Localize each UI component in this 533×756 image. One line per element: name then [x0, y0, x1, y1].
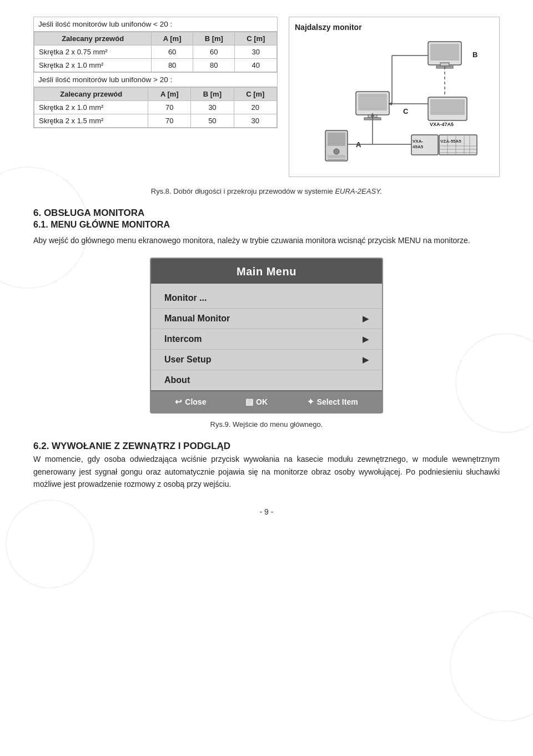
menu-item-monitor-label: Monitor ...	[164, 293, 207, 303]
menu-mockup-container: Main Menu Monitor ... Manual Monitor ▶ I…	[33, 258, 500, 414]
diagram-svg: B VXA-47A5 C	[295, 36, 489, 169]
svg-rect-21	[328, 155, 345, 158]
svg-rect-30	[439, 135, 477, 155]
select-item-button[interactable]: ✦ Select Item	[307, 397, 358, 407]
menu-item-about[interactable]: About	[151, 370, 382, 390]
condition2-block: Jeśli ilość monitorów lub unifonów > 20 …	[33, 73, 278, 128]
svg-rect-6	[430, 99, 465, 115]
menu-item-about-label: About	[164, 375, 190, 385]
diagram-label: Najdalszy monitor	[295, 23, 494, 32]
condition2-label: Jeśli ilość monitorów lub unifonów > 20 …	[34, 73, 277, 87]
wiring-diagram: Najdalszy monitor B VXA-47A5 C	[289, 17, 500, 177]
svg-rect-2	[440, 63, 449, 66]
svg-rect-22	[328, 159, 345, 161]
close-button-label: Close	[185, 397, 206, 406]
intercom-arrow-icon: ▶	[363, 335, 369, 344]
tables-wrapper: Jeśli ilość monitorów lub unifonów < 20 …	[33, 17, 278, 177]
subsection61-heading: 6.1. MENU GŁÓWNE MONITORA	[33, 220, 500, 230]
svg-text:VZA-55A5: VZA-55A5	[440, 139, 461, 144]
table-row: Skrętka 2 x 0.75 mm² 60 60 30	[34, 46, 277, 59]
subsection61-body: Aby wejść do głównego menu ekranowego mo…	[33, 234, 500, 246]
manual-monitor-arrow-icon: ▶	[363, 314, 369, 323]
menu-item-manual-monitor-label: Manual Monitor	[164, 314, 230, 324]
col-header-wire1: Zalecany przewód	[34, 32, 152, 46]
svg-text:VXA-: VXA-	[413, 139, 423, 144]
col-header-a1: A [m]	[152, 32, 193, 46]
user-setup-arrow-icon: ▶	[363, 355, 369, 364]
menu-item-intercom[interactable]: Intercom ▶	[151, 329, 382, 350]
menu-title: Main Menu	[151, 259, 382, 284]
ok-icon: ▤	[245, 397, 253, 407]
condition1-table: Zalecany przewód A [m] B [m] C [m] Skręt…	[34, 32, 277, 72]
col-header-wire2: Zalecany przewód	[34, 88, 148, 101]
top-section: Jeśli ilość monitorów lub unifonów < 20 …	[33, 17, 500, 177]
menu-item-intercom-label: Intercom	[164, 334, 202, 344]
section62-heading: 6.2. WYWOŁANIE Z ZEWNĄTRZ I PODGLĄD	[33, 441, 500, 452]
section6-heading: 6. OBSŁUGA MONITORA	[33, 208, 500, 219]
col-header-c2: C [m]	[234, 88, 276, 101]
col-header-a2: A [m]	[148, 88, 191, 101]
svg-text:VXA-47A5: VXA-47A5	[430, 122, 454, 127]
close-icon: ↩	[175, 397, 182, 407]
close-button[interactable]: ↩ Close	[175, 397, 206, 407]
condition2-table: Zalecany przewód A [m] B [m] C [m] Skręt…	[34, 87, 277, 128]
table-row: Skrętka 2 x 1.0 mm² 80 80 40	[34, 59, 277, 72]
table-row: Skrętka 2 x 1.0 mm² 70 30 20	[34, 101, 277, 114]
col-header-b1: B [m]	[193, 32, 235, 46]
page-number: - 9 -	[33, 507, 500, 516]
fig9-caption: Rys.9. Wejście do menu głównego.	[33, 420, 500, 429]
svg-text:C: C	[403, 107, 409, 115]
select-item-button-label: Select Item	[317, 397, 358, 406]
ok-button-label: OK	[256, 397, 268, 406]
menu-item-monitor[interactable]: Monitor ...	[151, 288, 382, 309]
select-item-icon: ✦	[307, 397, 314, 407]
condition1-label: Jeśli ilość monitorów lub unifonów < 20 …	[34, 17, 277, 32]
menu-bottom-bar: ↩ Close ▤ OK ✦ Select Item	[151, 390, 382, 412]
svg-rect-19	[328, 133, 345, 146]
svg-rect-10	[358, 94, 387, 110]
ok-button[interactable]: ▤ OK	[245, 397, 268, 407]
main-menu-mockup: Main Menu Monitor ... Manual Monitor ▶ I…	[150, 258, 383, 414]
menu-items-area: Monitor ... Manual Monitor ▶ Intercom ▶ …	[151, 284, 382, 390]
col-header-b2: B [m]	[191, 88, 234, 101]
svg-point-20	[334, 149, 339, 154]
col-header-c1: C [m]	[235, 32, 277, 46]
table-row: Skrętka 2 x 1.5 mm² 70 50 30	[34, 114, 277, 128]
svg-rect-1	[430, 44, 459, 61]
condition1-block: Jeśli ilość monitorów lub unifonów < 20 …	[33, 17, 278, 73]
section62-body: W momencie, gdy osoba odwiedzająca wciśn…	[33, 453, 500, 490]
menu-item-user-setup-label: User Setup	[164, 355, 211, 365]
menu-item-manual-monitor[interactable]: Manual Monitor ▶	[151, 309, 382, 329]
svg-text:B: B	[472, 51, 477, 59]
svg-text:45A5: 45A5	[413, 144, 424, 149]
menu-item-user-setup[interactable]: User Setup ▶	[151, 350, 382, 370]
fig8-caption: Rys.8. Dobór długości i przekroju przewo…	[33, 187, 500, 195]
